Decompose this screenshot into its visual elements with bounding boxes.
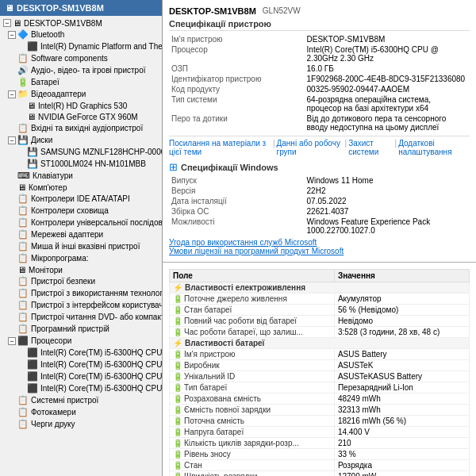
tree-item[interactable]: 📋Пристрої з інтерфейсом користувача	[0, 299, 162, 311]
generic-icon: 📋	[17, 288, 29, 298]
tree-item[interactable]: 📋Фотокамери	[0, 406, 162, 418]
tree-header: 🖥 DESKTOP-SM1VB8M	[0, 0, 162, 16]
tree-item[interactable]: 📋Черги друку	[0, 418, 162, 430]
tree-item[interactable]: ⬛Intel(R) Core(TM) i5-6300HQ CPU @ 2.30G…	[0, 347, 162, 359]
leaf-icon: 🔋	[173, 372, 182, 381]
battery-row: 🔋Поточне джерело живлення Акумулятор	[170, 294, 470, 305]
expand-icon[interactable]: −	[8, 90, 16, 98]
win-spec-label: Випуск	[169, 175, 305, 186]
tree-item[interactable]: −💾Диски	[0, 134, 162, 146]
tree-label: Аудіо-, відео- та ігрові пристрої	[31, 66, 146, 75]
tree-label: Диски	[31, 136, 52, 144]
tree-item[interactable]: 📋Програмний пристрій	[0, 323, 162, 335]
tree-item[interactable]: 📋Миша й інші вказівні пристрої	[0, 240, 162, 252]
tree-item[interactable]: 🖥NVIDIA GeForce GTX 960M	[0, 111, 162, 122]
windows-spec-row: Збірка ОС22621.4037	[169, 206, 470, 217]
win-spec-label: Версія	[169, 186, 305, 196]
expand-icon[interactable]: −	[8, 337, 16, 345]
spec-row: Тип системи64-розрядна операційна систем…	[169, 94, 470, 113]
battery-field: 🔋Стан батареї	[170, 305, 335, 316]
tree-item[interactable]: 📋Software components	[0, 52, 162, 64]
leaf-icon: 🔋	[173, 428, 182, 436]
specs-tab-link[interactable]: Данні або робочу групи	[277, 139, 344, 156]
tree-label: Програмний пристрій	[31, 324, 109, 333]
battery-panel[interactable]: Поле Значення ⚡Властивості електроживлен…	[163, 263, 476, 476]
tree-item[interactable]: 🔊Аудіо-, відео- та ігрові пристрої	[0, 64, 162, 76]
battery-icon: 🔋	[17, 77, 29, 87]
battery-row: 🔋Ємність повної зарядки 32313 mWh	[170, 405, 470, 416]
battery-row: 🔋Рівень зносу 33 %	[170, 449, 470, 460]
battery-row: 🔋Напруга батареї 14.400 V	[170, 427, 470, 438]
tree-label: Пристрої безпеки	[31, 277, 95, 286]
tree-item[interactable]: ⌨Клавіатури	[0, 170, 162, 182]
spec-value: 64-розрядна операційна система, процесор…	[305, 94, 470, 113]
specs-tab-link[interactable]: Додаткові налаштування	[398, 139, 470, 156]
spec-row: Ім'я пристроюDESKTOP-SM1VB8M	[169, 34, 470, 44]
tree-label: Батареї	[31, 78, 60, 86]
spec-row: Код продукту00325-95902-09447-AAOEM	[169, 84, 470, 94]
tree-item[interactable]: 📋Контролери універсальної послідовної ши…	[0, 217, 162, 228]
display-icon: 🖥	[27, 112, 36, 121]
battery-row: 🔋Розрахована ємність 48249 mWh	[170, 393, 470, 405]
tree-label: Контролери універсальної послідовної шин…	[31, 218, 162, 227]
tree-item[interactable]: 💾SAMSUNG MZNLF128HCHP-00004	[0, 146, 162, 158]
battery-row: 🔋Стан батареї 56 % (Невідомо)	[170, 305, 470, 316]
main-container: 🖥 DESKTOP-SM1VB8M −🖥DESKTOP-SM1VB8M−🔷Blu…	[0, 0, 476, 476]
tree-item[interactable]: −📁Відеоадаптери	[0, 88, 162, 100]
tree-item[interactable]: 🖥Монітори	[0, 264, 162, 275]
battery-value: 210	[334, 438, 469, 449]
tree-item[interactable]: 🖥Комп'ютер	[0, 182, 162, 193]
tree-item[interactable]: 📋Системні пристрої	[0, 394, 162, 406]
tree-item[interactable]: 📋Мережеві адаптери	[0, 228, 162, 240]
tree-item[interactable]: ⬛Intel(R) Core(TM) i5-6300HQ CPU @ 2.30G…	[0, 359, 162, 370]
tree-item[interactable]: 💾ST1000LM024 HN-M101MBB	[0, 158, 162, 170]
battery-value: 56 % (Невідомо)	[334, 305, 469, 316]
ms-link[interactable]: Угода про використання служб Microsoft	[169, 238, 470, 247]
chip-icon: ⬛	[27, 347, 38, 358]
leaf-icon: 🔋	[173, 350, 182, 359]
tree-item[interactable]: 📋Вхідні та вихідні аудіопристрої	[0, 122, 162, 134]
tree-item[interactable]: ⬛Intel(R) Dynamic Platform and Thermal F…	[0, 40, 162, 52]
specs-tab-link[interactable]: Захист системи	[348, 139, 393, 156]
tree-item[interactable]: 📋Пристрої читання DVD- або компакт-дискі…	[0, 311, 162, 323]
tree-item[interactable]: −🔷Bluetooth	[0, 29, 162, 40]
tree-item[interactable]: ⬛Intel(R) Core(TM) i5-6300HQ CPU @ 2.30G…	[0, 370, 162, 382]
generic-icon: 📋	[17, 276, 29, 286]
tree-label: Миша й інші вказівні пристрої	[31, 242, 140, 251]
generic-icon: 📋	[17, 300, 29, 310]
expand-icon[interactable]: −	[3, 19, 11, 27]
specs-tab-link[interactable]: Посилання на матеріали з цієї теми	[169, 139, 271, 156]
tree-item[interactable]: 📋Контролери сховища	[0, 205, 162, 217]
battery-field: 🔋Унікальний ID	[170, 371, 335, 382]
keyboard-icon: ⌨	[17, 171, 30, 181]
generic-icon: 📋	[17, 407, 29, 417]
disk-icon: 💾	[27, 159, 38, 169]
tree-item[interactable]: −⬛Процесори	[0, 335, 162, 347]
tree-label: SAMSUNG MZNLF128HCHP-00004	[40, 148, 162, 156]
tree-body[interactable]: −🖥DESKTOP-SM1VB8M−🔷Bluetooth⬛Intel(R) Dy…	[0, 16, 162, 476]
generic-icon: 📋	[17, 194, 29, 204]
specs-tabs-row: Посилання на матеріали з цієї теми | Дан…	[169, 136, 470, 156]
win-spec-label: Можливості	[169, 217, 305, 236]
generic-icon: 📋	[17, 229, 29, 240]
spec-value: 00325-95902-09447-AAOEM	[305, 84, 470, 94]
battery-row: 🔋Виробник ASUSTeK	[170, 360, 470, 371]
tree-item[interactable]: 📋Мікропрограма:	[0, 252, 162, 264]
spec-row: Перо та дотикиВід до дотикового пера та …	[169, 113, 470, 132]
tree-label: Контролери сховища	[31, 206, 109, 215]
win-spec-value: Windows 11 Home	[305, 175, 470, 186]
ms-link[interactable]: Умови ліцензії на програмний продукт Mic…	[169, 247, 470, 255]
folder-icon: 📁	[17, 89, 29, 99]
tree-item[interactable]: 📋Контролери IDE ATA/ATAPI	[0, 193, 162, 205]
tree-item[interactable]: ⬛Intel(R) Core(TM) i5-6300HQ CPU @ 2.30G…	[0, 382, 162, 394]
expand-icon[interactable]: −	[8, 31, 16, 39]
tree-item[interactable]: 📋Пристрої з використанням технології пам…	[0, 287, 162, 299]
tree-label: Intel(R) Core(TM) i5-6300HQ CPU @ 2.30GH…	[40, 348, 162, 357]
leaf-icon: 🔋	[173, 394, 182, 403]
tree-item[interactable]: 🔋Батареї	[0, 76, 162, 88]
tree-item[interactable]: 🖥Intel(R) HD Graphics 530	[0, 100, 162, 111]
tree-item[interactable]: 📋Пристрої безпеки	[0, 275, 162, 287]
battery-table: Поле Значення ⚡Властивості електроживлен…	[169, 269, 470, 476]
expand-icon[interactable]: −	[8, 136, 16, 144]
tree-item[interactable]: −🖥DESKTOP-SM1VB8M	[0, 17, 162, 29]
